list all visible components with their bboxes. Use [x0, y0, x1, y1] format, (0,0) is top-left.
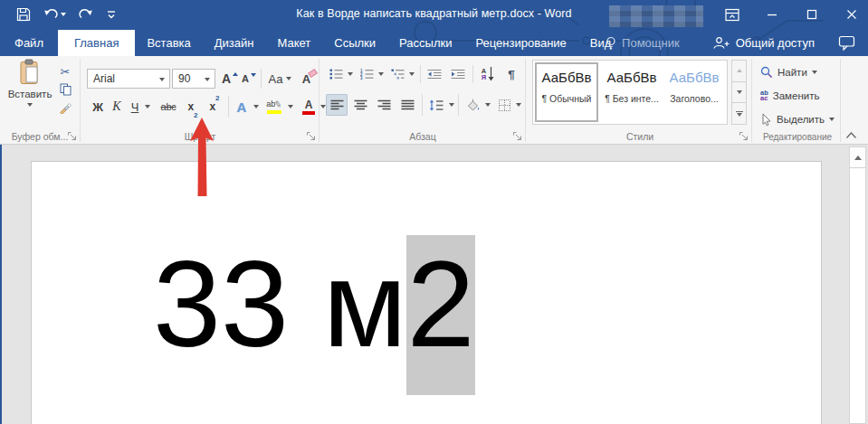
- tab-insert[interactable]: Вставка: [135, 30, 202, 56]
- subscript-button[interactable]: x2: [183, 96, 203, 118]
- style-card-no-spacing[interactable]: АаБбВв ¶ Без инте...: [600, 62, 663, 122]
- font-size-combobox[interactable]: 90: [172, 69, 215, 89]
- document-area: 33 м2: [0, 145, 868, 424]
- collapse-ribbon-button[interactable]: [844, 128, 858, 141]
- paste-button[interactable]: Вставить: [5, 59, 54, 127]
- shrink-font-button[interactable]: А: [239, 69, 257, 89]
- find-dropdown-icon[interactable]: [812, 71, 817, 74]
- numbered-list-icon: 1 2 3: [360, 69, 374, 80]
- increase-indent-icon: [451, 69, 465, 80]
- tab-mailings[interactable]: Рассылки: [387, 30, 463, 56]
- search-icon: [760, 66, 773, 79]
- word-window: Как в Ворде написать квадратный метр.doc…: [0, 0, 868, 424]
- tab-references[interactable]: Ссылки: [322, 30, 387, 56]
- paragraph-dialog-launcher[interactable]: [512, 131, 522, 141]
- align-left-button[interactable]: [326, 94, 348, 116]
- document-page[interactable]: 33 м2: [31, 161, 822, 424]
- shading-dropdown[interactable]: [483, 94, 492, 116]
- editing-group-label: Редактирование: [755, 132, 840, 142]
- select-dropdown-icon[interactable]: [829, 118, 835, 121]
- multilevel-list-button[interactable]: [387, 65, 407, 83]
- sort-button[interactable]: АЯ: [476, 63, 500, 85]
- tab-home[interactable]: Главная: [58, 30, 135, 56]
- tab-file[interactable]: Файл: [0, 30, 58, 56]
- bold-button[interactable]: Ж: [89, 96, 107, 118]
- paste-dropdown-icon[interactable]: [27, 103, 33, 107]
- ribbon-display-options-icon[interactable]: [723, 5, 741, 24]
- styles-scroll-up-button[interactable]: [731, 60, 747, 82]
- increase-indent-button[interactable]: [447, 65, 469, 83]
- line-spacing-dropdown[interactable]: [447, 94, 456, 116]
- align-left-icon: [330, 99, 344, 110]
- styles-scroll-down-button[interactable]: [731, 81, 747, 104]
- copy-icon: [60, 83, 72, 96]
- decrease-indent-button[interactable]: [424, 65, 445, 83]
- tab-layout[interactable]: Макет: [265, 30, 322, 56]
- styles-gallery-more-button[interactable]: [731, 102, 747, 125]
- select-button[interactable]: Выделить: [760, 110, 835, 128]
- close-button[interactable]: [843, 5, 861, 24]
- underline-button[interactable]: Ч: [127, 96, 143, 118]
- italic-button[interactable]: К: [109, 96, 125, 118]
- scrollbar-thumb[interactable]: [850, 169, 865, 423]
- scissors-icon: ✂: [61, 65, 71, 79]
- minimize-button[interactable]: [763, 5, 781, 24]
- justify-button[interactable]: [396, 94, 418, 116]
- numbering-dropdown[interactable]: [377, 65, 386, 83]
- strikethrough-button[interactable]: abc: [156, 96, 181, 118]
- styles-dialog-launcher[interactable]: [739, 131, 749, 141]
- font-name-combobox[interactable]: Arial: [87, 69, 170, 89]
- highlight-button[interactable]: ab✎: [262, 96, 286, 118]
- copy-button[interactable]: [56, 81, 74, 98]
- eraser-icon: [308, 69, 318, 78]
- bullets-button[interactable]: [326, 65, 346, 83]
- clear-formatting-button[interactable]: А: [299, 69, 322, 89]
- multilevel-dropdown[interactable]: [407, 65, 416, 83]
- svg-text:3: 3: [360, 76, 363, 80]
- borders-button[interactable]: [494, 94, 514, 116]
- cut-button[interactable]: ✂: [56, 63, 74, 80]
- find-button[interactable]: Найти: [760, 63, 817, 81]
- style-card-heading[interactable]: АаБбВв Заголово...: [665, 62, 723, 122]
- assistant-tab[interactable]: Помощник: [606, 36, 680, 51]
- share-button[interactable]: Общий доступ: [712, 36, 815, 50]
- font-dialog-launcher[interactable]: [306, 131, 316, 141]
- borders-icon: [499, 99, 510, 111]
- style-card-normal[interactable]: АаБбВв ¶ Обычный: [535, 62, 598, 122]
- font-color-button[interactable]: А: [299, 96, 319, 118]
- grow-font-button[interactable]: А: [219, 69, 239, 89]
- underline-dropdown[interactable]: [143, 96, 152, 118]
- text-effects-button[interactable]: А: [232, 96, 252, 118]
- line-spacing-button[interactable]: [425, 94, 447, 116]
- superscript-button[interactable]: x2: [205, 96, 224, 118]
- bullets-dropdown[interactable]: [346, 65, 355, 83]
- scroll-up-icon: [854, 155, 862, 160]
- tab-review[interactable]: Рецензирование: [463, 30, 577, 56]
- comment-icon[interactable]: [838, 35, 855, 51]
- show-paragraph-marks-button[interactable]: ¶: [503, 63, 520, 85]
- change-case-button[interactable]: Аа: [264, 69, 295, 89]
- align-right-button[interactable]: [373, 94, 395, 116]
- vertical-scrollbar[interactable]: [849, 146, 866, 424]
- paragraph-group-label: Абзац: [320, 131, 525, 142]
- titlebar: Как в Ворде написать квадратный метр.doc…: [0, 0, 868, 30]
- scroll-up-button[interactable]: [850, 147, 865, 168]
- bullet-list-icon: [329, 69, 343, 80]
- clipboard-dialog-launcher[interactable]: [67, 131, 77, 141]
- align-center-button[interactable]: [349, 94, 371, 116]
- align-center-icon: [354, 99, 367, 110]
- selected-text[interactable]: 2: [406, 235, 474, 395]
- document-text[interactable]: 33 м2: [153, 234, 475, 374]
- tab-design[interactable]: Дизайн: [203, 30, 266, 56]
- shading-button[interactable]: [462, 94, 483, 116]
- format-painter-button[interactable]: [56, 99, 74, 116]
- numbering-button[interactable]: 1 2 3: [357, 65, 377, 83]
- borders-dropdown[interactable]: [514, 94, 523, 116]
- maximize-button[interactable]: [803, 5, 821, 24]
- font-name-dropdown-icon: [159, 78, 165, 81]
- text-effects-dropdown[interactable]: [252, 96, 261, 118]
- paint-bucket-icon: [465, 99, 481, 111]
- replace-button[interactable]: ab ac Заменить: [760, 87, 819, 105]
- format-painter-icon: [59, 101, 72, 114]
- highlight-dropdown[interactable]: [286, 96, 295, 118]
